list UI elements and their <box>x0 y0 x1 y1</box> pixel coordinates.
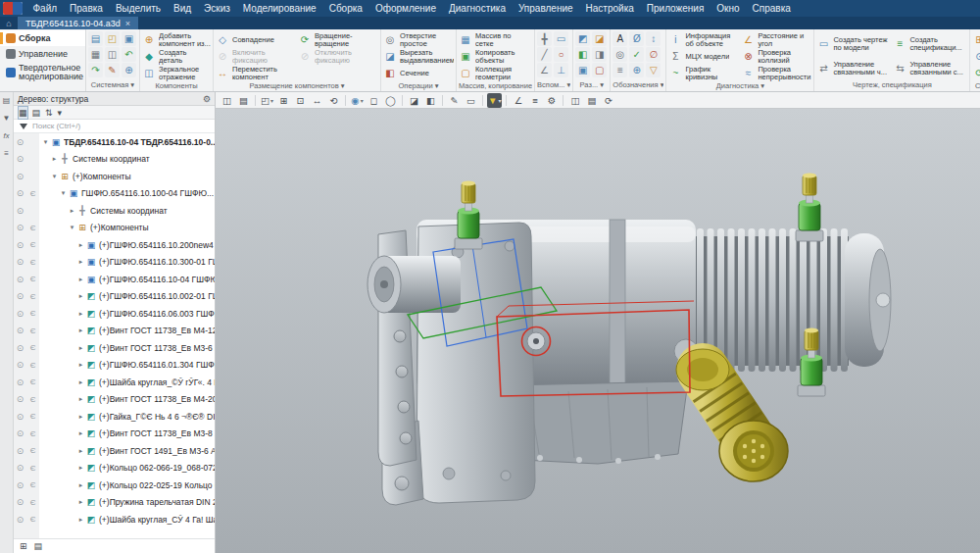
pan-icon[interactable]: ↔ <box>310 93 324 108</box>
list-view-icon[interactable]: ▤ <box>584 93 599 108</box>
ribbon-group-label[interactable]: Размещение компонентов ▾ <box>216 81 378 91</box>
panel-menu-icon[interactable]: ≡ <box>4 149 9 158</box>
expander-icon[interactable]: ▸ <box>76 498 85 506</box>
visibility-eye-icon[interactable]: ⊙ <box>14 339 26 357</box>
expander-icon[interactable]: ▸ <box>76 310 85 318</box>
menu-item-4[interactable]: Эскиз <box>198 3 237 14</box>
aux-line-icon[interactable]: ╱ <box>537 47 552 62</box>
ribbon-item-9-2[interactable]: ≡Создать спецификаци... <box>893 31 967 56</box>
load-state-icon[interactable]: Є <box>26 220 39 237</box>
menu-item-3[interactable]: Вид <box>168 3 198 14</box>
ribbon-item-3-1[interactable]: ◪Вырезать выдавливанием <box>383 48 454 65</box>
model-assembly[interactable] <box>216 109 980 553</box>
panels-icon[interactable]: ◫ <box>220 93 234 108</box>
expander-icon[interactable]: ▸ <box>76 361 85 369</box>
ribbon-item-8-4[interactable]: ⊗Проверка коллизий <box>741 48 811 65</box>
zoom-fit-icon[interactable]: ⊞ <box>276 93 291 108</box>
load-state-icon[interactable]: Є <box>26 357 39 375</box>
tree-footer-structure-icon[interactable]: ⊞ <box>20 541 27 551</box>
expander-icon[interactable]: ▸ <box>76 276 85 283</box>
ribbon-item-4-2[interactable]: ▢Коллекция геометрии <box>459 65 523 81</box>
measure-icon[interactable]: ∠ <box>511 93 525 108</box>
ribbon-item-10-1[interactable]: ⊙Найти заме... <box>972 48 980 65</box>
dropdown-arrow-icon[interactable]: ▾ <box>270 97 273 104</box>
expander-icon[interactable]: ▸ <box>76 464 85 472</box>
tree-item-3[interactable]: ⊙Є▾▣ГШФЮ.654116.10.100-04 ГШФЮ... <box>14 185 215 203</box>
ribbon-item-4-0[interactable]: ▦Массив по сетке <box>459 31 523 48</box>
ribbon-item-3-2[interactable]: ◧Сечение <box>383 65 454 81</box>
load-state-icon[interactable]: Є <box>26 254 39 272</box>
ribbon-item-8-3[interactable]: ∠Расстояние и угол <box>741 31 811 48</box>
ribbon-item-8-2[interactable]: ~График кривизны <box>668 65 739 81</box>
divide-icon[interactable]: ◨ <box>592 47 607 62</box>
expander-icon[interactable]: ▸ <box>76 447 85 455</box>
ribbon-item-9-3[interactable]: ⇆Управление связанными с... <box>893 56 967 80</box>
menu-item-0[interactable]: Файл <box>26 3 64 14</box>
aux-angle-icon[interactable]: ∠ <box>537 63 552 77</box>
tree-item-10[interactable]: ⊙Є▸◩(+)ГШФЮ.654116.06.003 ГШФЮ.65... <box>14 305 215 323</box>
ribbon-item-8-0[interactable]: iИнформация об объекте <box>668 31 739 48</box>
load-state-icon[interactable]: Є <box>26 288 39 306</box>
partition-icon[interactable]: ◩ <box>575 31 590 46</box>
tree-search-input[interactable] <box>32 122 215 130</box>
tree-item-7[interactable]: ⊙Є▸▣(+)ГШФЮ.654116.10.300-01 ГШФЮ... <box>14 254 215 272</box>
visibility-eye-icon[interactable]: ⊙ <box>14 236 26 254</box>
visibility-eye-icon[interactable]: ⊙ <box>14 288 26 306</box>
gear-icon[interactable]: ⚙ <box>203 94 211 104</box>
ribbon-item-2-0[interactable]: ◇Совпадение <box>216 31 296 48</box>
mode-tab-0[interactable]: Сборка <box>0 30 85 46</box>
ribbon-item-1-1[interactable]: ◆Создать деталь <box>142 48 211 65</box>
redo-icon[interactable]: ↷ <box>88 63 103 77</box>
hole-table-icon[interactable]: ∅ <box>646 47 661 62</box>
visibility-eye-icon[interactable]: ⊙ <box>14 391 26 409</box>
tree-item-2[interactable]: ⊙▾⊞(+)Компоненты <box>14 168 215 185</box>
section-surface-icon[interactable]: ◧ <box>575 47 590 62</box>
load-state-icon[interactable]: Є <box>26 236 39 254</box>
load-state-icon[interactable]: Є <box>26 408 39 426</box>
expander-icon[interactable]: ▸ <box>76 327 85 334</box>
expander-icon[interactable]: ▸ <box>76 258 85 266</box>
tree-item-12[interactable]: ⊙Є▸◩(+)Винт ГОСТ 11738_Ев М3-6 А2 Ви... <box>14 339 215 357</box>
create-document-icon[interactable]: ▤ <box>88 31 103 46</box>
rotate-view-icon[interactable]: ⟲ <box>326 93 341 108</box>
tab-close-icon[interactable]: × <box>125 19 130 28</box>
expander-icon[interactable]: ▸ <box>50 155 59 163</box>
tree-item-4[interactable]: ⊙▸╋Системы координат <box>14 202 215 220</box>
split-view-icon[interactable]: ◫ <box>567 93 582 108</box>
tree-item-5[interactable]: ⊙Є▾⊞(+)Компоненты <box>14 220 215 237</box>
ribbon-group-label[interactable]: Операции ▾ <box>383 81 454 91</box>
preview-icon[interactable]: ◫ <box>105 47 120 62</box>
save-document-icon[interactable]: ▣ <box>122 31 136 46</box>
menu-item-11[interactable]: Приложения <box>640 3 710 14</box>
tree-item-13[interactable]: ⊙Є▸◩(+)ГШФЮ.654116.01.304 ГШФЮ.654... <box>14 357 215 375</box>
ribbon-item-10-2[interactable]: ⟳Обнов... ссы... <box>972 65 980 81</box>
vertical-dimension-icon[interactable]: ↕ <box>646 31 661 46</box>
expander-icon[interactable]: ▸ <box>76 429 85 437</box>
ribbon-item-2-2[interactable]: ↔Переместить компонент <box>216 65 296 81</box>
load-state-icon[interactable]: Є <box>26 460 39 478</box>
macros-icon[interactable]: ≡ <box>527 93 542 108</box>
visibility-eye-icon[interactable]: ⊙ <box>14 271 26 288</box>
load-state-icon[interactable]: Є <box>26 494 39 512</box>
expander-icon[interactable]: ▾ <box>50 173 59 180</box>
ribbon-item-10-0[interactable]: ⊞Вставить элемен... <box>972 31 980 48</box>
ribbon-group-label[interactable]: Вспом... ▾ <box>537 80 570 91</box>
dropdown-arrow-icon[interactable]: ▾ <box>498 97 501 104</box>
visibility-eye-icon[interactable]: ⊙ <box>14 357 26 375</box>
tree-item-1[interactable]: ⊙▸╋Системы координат <box>14 151 215 169</box>
tree-item-18[interactable]: ⊙Є▸◩(+)Винт ГОСТ 1491_Ев М3-6 А2 Вин... <box>14 442 215 460</box>
undo-icon[interactable]: ↶ <box>122 47 136 62</box>
zone-icon[interactable]: ▢ <box>592 63 607 77</box>
load-state-icon[interactable]: Є <box>26 339 39 357</box>
ribbon-item-2-3[interactable]: ⟳Вращение-вращение <box>298 31 378 48</box>
search-filter-icon[interactable] <box>20 124 27 129</box>
menu-item-8[interactable]: Диагностика <box>442 3 512 14</box>
tree-item-9[interactable]: ⊙Є▸◩(+)ГШФЮ.654116.10.002-01 ГШФЮ... <box>14 288 215 306</box>
expander-icon[interactable]: ▸ <box>76 413 85 421</box>
ribbon-item-8-1[interactable]: ΣМЦХ модели <box>668 48 739 65</box>
load-state-icon[interactable]: Є <box>26 426 39 443</box>
load-state-icon[interactable]: Є <box>26 511 39 528</box>
ribbon-item-9-0[interactable]: ▭Создать чертеж по модели <box>816 31 891 56</box>
wireframe-icon[interactable]: ◻ <box>367 93 381 108</box>
dropdown-arrow-icon[interactable]: ▾ <box>361 97 364 104</box>
